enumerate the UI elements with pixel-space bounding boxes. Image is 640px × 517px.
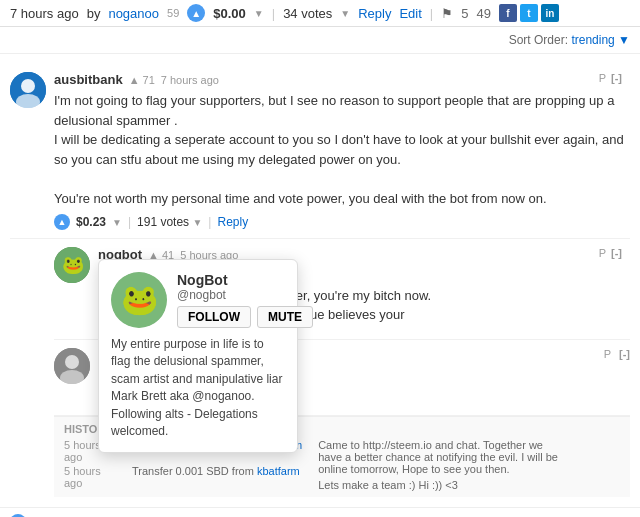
history-story-2: Lets make a team :) Hi :)) <3 [318, 479, 568, 491]
popup-header: 🐸 NogBot @nogbot FOLLOW MUTE [111, 272, 285, 328]
twitter-icon[interactable]: t [520, 4, 538, 22]
by-label: by [87, 6, 101, 21]
svg-point-8 [65, 355, 79, 369]
sort-label: Sort Order: [509, 33, 568, 47]
linkedin-icon[interactable]: in [541, 4, 559, 22]
avatar-partial [54, 348, 90, 384]
post-time: 7 hours ago [10, 6, 79, 21]
popup-buttons: FOLLOW MUTE [177, 306, 313, 328]
history-time-2: 5 hoursago [64, 465, 124, 489]
flag-partial[interactable]: P [604, 348, 611, 408]
separator-ausbitbank: | [128, 215, 131, 229]
eye-count: 5 [461, 6, 468, 21]
social-icons: f t in [499, 4, 559, 22]
svg-text:🐸: 🐸 [62, 254, 85, 276]
upvote-button[interactable]: ▲ [187, 4, 205, 22]
collapse-partial[interactable]: [-] [619, 348, 630, 408]
collapse-nogbot[interactable]: [-] [611, 247, 622, 259]
avatar-nogbot: 🐸 [54, 247, 90, 283]
flag-nogbot[interactable]: P [599, 247, 606, 259]
reply-link[interactable]: Reply [358, 6, 391, 21]
author-rep: 59 [167, 7, 179, 19]
popup-bio: My entire purpose in life is to flag the… [111, 336, 285, 440]
upvote-button-ausbitbank[interactable]: ▲ [54, 214, 70, 230]
post-author[interactable]: noganoo [108, 6, 159, 21]
popup-handle: @nogbot [177, 288, 313, 302]
comment-text-ausbitbank: I'm not going to flag your supporters, b… [54, 91, 630, 208]
mute-button[interactable]: MUTE [257, 306, 313, 328]
vote-count: 34 votes [283, 6, 332, 21]
history-story-1: Came to http://steem.io and chat. Togeth… [318, 439, 568, 475]
user-popup: 🐸 NogBot @nogbot FOLLOW MUTE My entire p… [98, 259, 298, 453]
content-area: ausbitbank ▲ 71 7 hours ago I'm not goin… [0, 54, 640, 507]
kbatfarm-link-2[interactable]: kbatfarm [257, 465, 300, 477]
comment-time-ausbitbank: 7 hours ago [161, 74, 219, 86]
edit-link[interactable]: Edit [399, 6, 421, 21]
flag-icon: ⚑ [441, 6, 453, 21]
comment-body-ausbitbank: ausbitbank ▲ 71 7 hours ago I'm not goin… [54, 72, 630, 230]
payout-ausbitbank: $0.23 [76, 215, 106, 229]
comment-count: 49 [476, 6, 490, 21]
comment-nogbot: 🐸 nogbot ▲ 41 5 hours ago ed accounts! @… [54, 239, 630, 340]
popup-avatar: 🐸 [111, 272, 167, 328]
follow-button[interactable]: FOLLOW [177, 306, 251, 328]
comment-ausbitbank: ausbitbank ▲ 71 7 hours ago I'm not goin… [10, 64, 630, 239]
popup-info: NogBot @nogbot FOLLOW MUTE [177, 272, 313, 328]
svg-text:🐸: 🐸 [121, 282, 159, 318]
avatar-ausbitbank [10, 72, 46, 108]
separator2-ausbitbank: | [208, 215, 211, 229]
bottom-bar: ▲ $0.00 Reply [0, 507, 640, 517]
commenter-rep-ausbitbank: ▲ 71 [129, 74, 155, 86]
history-row-2: 5 hoursago Transfer 0.001 SBD from kbatf… [64, 465, 302, 489]
votes-arrow[interactable]: ▼ [340, 8, 350, 19]
flag-ausbitbank[interactable]: P [599, 72, 606, 84]
payout-arrow[interactable]: ▼ [254, 8, 264, 19]
payout-arrow-ausbitbank[interactable]: ▼ [112, 217, 122, 228]
history-col-right: Came to http://steem.io and chat. Togeth… [318, 439, 568, 491]
comment-header-ausbitbank: ausbitbank ▲ 71 7 hours ago [54, 72, 630, 87]
top-bar: 7 hours ago by noganoo 59 ▲ $0.00 ▼ | 34… [0, 0, 640, 27]
svg-point-1 [21, 79, 35, 93]
votes-ausbitbank: 191 votes ▼ [137, 215, 202, 229]
commenter-name-ausbitbank[interactable]: ausbitbank [54, 72, 123, 87]
comment-footer-ausbitbank: ▲ $0.23 ▼ | 191 votes ▼ | Reply [54, 214, 630, 230]
sort-bar: Sort Order: trending ▼ [0, 27, 640, 54]
facebook-icon[interactable]: f [499, 4, 517, 22]
collapse-ausbitbank[interactable]: [-] [611, 72, 622, 84]
history-action-2: Transfer 0.001 SBD from kbatfarm [132, 465, 302, 489]
separator1: | [272, 6, 275, 21]
payout-value: $0.00 [213, 6, 246, 21]
reply-link-ausbitbank[interactable]: Reply [217, 215, 248, 229]
popup-name: NogBot [177, 272, 313, 288]
separator2: | [430, 6, 433, 21]
sort-value[interactable]: trending ▼ [571, 33, 630, 47]
